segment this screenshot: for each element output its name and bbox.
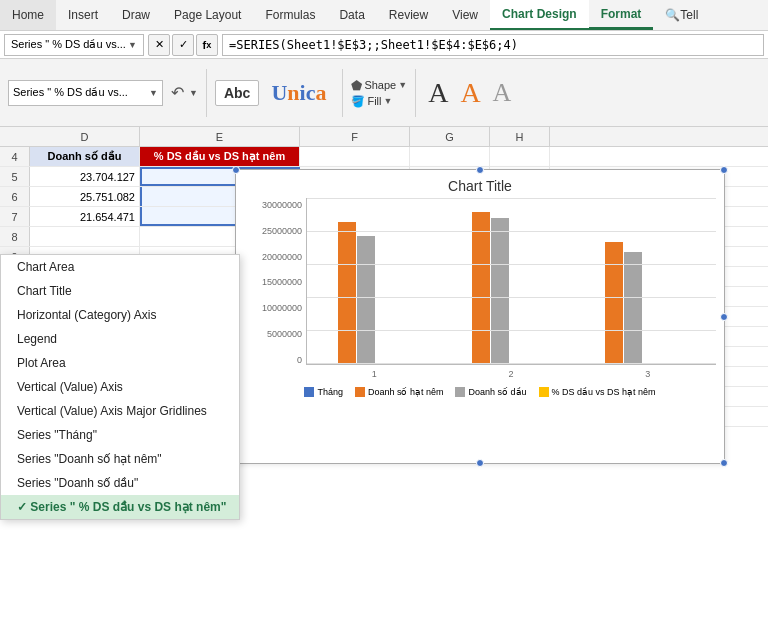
big-a-light: A: [493, 78, 512, 108]
toolbar: Series " % DS dầu vs... ▼ ↶ ▼ Abc U n i …: [0, 59, 768, 127]
text-size-medium-btn[interactable]: A: [456, 75, 484, 111]
bar-2-dau: [491, 218, 509, 364]
dropdown-item-series-doanh-so-hat-nem[interactable]: Series "Doanh số hạt nêm": [1, 447, 239, 471]
series-dropdown-value: Series " % DS dầu vs...: [13, 86, 149, 99]
cell-d6[interactable]: 25.751.082: [30, 187, 140, 206]
cell-g4[interactable]: [410, 147, 490, 166]
dropdown-item-v-axis[interactable]: Vertical (Value) Axis: [1, 375, 239, 399]
legend-color-pct: [539, 387, 549, 397]
legend-item-thang: Tháng: [304, 387, 343, 397]
fill-label: Fill: [367, 95, 381, 107]
big-a-dark: A: [428, 77, 448, 109]
text-size-large-btn[interactable]: A: [424, 75, 452, 111]
shape-icon: ⬟: [351, 78, 362, 93]
tab-draw[interactable]: Draw: [110, 0, 162, 30]
bar-3-dau: [624, 252, 642, 364]
bar-1-dau: [357, 236, 375, 364]
formula-icons: ✕ ✓ fx: [148, 34, 218, 56]
cell-d5[interactable]: 23.704.127: [30, 167, 140, 186]
legend-label-thang: Tháng: [317, 387, 343, 397]
name-box[interactable]: Series " % DS dầu vs... ▼: [4, 34, 144, 56]
legend-item-hat-nem: Doanh số hạt nêm: [355, 387, 444, 397]
column-headers: D E F G H: [0, 127, 768, 147]
dropdown-item-h-axis[interactable]: Horizontal (Category) Axis: [1, 303, 239, 327]
cell-f4[interactable]: [300, 147, 410, 166]
chart-container[interactable]: Chart Title 30000000 25000000 20000000 1…: [235, 169, 725, 464]
y-label-7: 0: [297, 355, 302, 365]
dropdown-item-legend[interactable]: Legend: [1, 327, 239, 351]
bar-3-hat-nem: [605, 242, 623, 364]
x-label-2: 2: [443, 369, 580, 379]
tab-home[interactable]: Home: [0, 0, 56, 30]
col-header-g: G: [410, 127, 490, 146]
dropdown-item-chart-title[interactable]: Chart Title: [1, 279, 239, 303]
y-axis-labels: 30000000 25000000 20000000 15000000 1000…: [236, 198, 306, 383]
tab-chart-design[interactable]: Chart Design: [490, 0, 589, 30]
dropdown-item-series-doanh-so-dau[interactable]: Series "Doanh số dầu": [1, 471, 239, 495]
x-axis-labels: 1 2 3: [306, 365, 716, 383]
tab-data[interactable]: Data: [327, 0, 376, 30]
undo-format-btn[interactable]: ↶: [167, 81, 188, 104]
text-fill-btn[interactable]: Abc: [215, 80, 259, 106]
bar-group-3: [578, 242, 712, 364]
dropdown-item-series-thang[interactable]: Series "Tháng": [1, 423, 239, 447]
separator-1: [206, 69, 207, 117]
legend-label-dau: Doanh số dầu: [468, 387, 526, 397]
chart-handle-bm[interactable]: [476, 459, 484, 467]
ribbon: Home Insert Draw Page Layout Formulas Da…: [0, 0, 768, 31]
shape-fill-group: ⬟ Shape ▼ 🪣 Fill ▼: [351, 78, 407, 108]
series-dropdown[interactable]: Series " % DS dầu vs... ▼: [8, 80, 163, 106]
tab-review[interactable]: Review: [377, 0, 440, 30]
y-label-6: 5000000: [267, 329, 302, 339]
tab-formulas[interactable]: Formulas: [253, 0, 327, 30]
dropdown-item-v-axis-gridlines[interactable]: Vertical (Value) Axis Major Gridlines: [1, 399, 239, 423]
chart-title: Chart Title: [236, 170, 724, 198]
row-num-5: 5: [0, 167, 30, 186]
chart-handle-tr[interactable]: [720, 166, 728, 174]
dropdown-item-chart-area[interactable]: Chart Area: [1, 255, 239, 279]
cell-h4[interactable]: [490, 147, 550, 166]
legend-label-pct: % DS dầu vs DS hạt nêm: [552, 387, 656, 397]
series-dropdown-menu: Chart Area Chart Title Horizontal (Categ…: [0, 254, 240, 520]
formula-input[interactable]: [222, 34, 764, 56]
cell-d8[interactable]: [30, 227, 140, 246]
dropdown-item-plot-area[interactable]: Plot Area: [1, 351, 239, 375]
name-box-dropdown-icon[interactable]: ▼: [128, 40, 137, 50]
chart-handle-br[interactable]: [720, 459, 728, 467]
text-size-small-btn[interactable]: A: [489, 76, 516, 110]
tab-view[interactable]: View: [440, 0, 490, 30]
formula-confirm-btn[interactable]: ✓: [172, 34, 194, 56]
formula-insert-btn[interactable]: fx: [196, 34, 218, 56]
shape-dropdown-icon[interactable]: ▼: [398, 80, 407, 90]
cell-d7[interactable]: 21.654.471: [30, 207, 140, 226]
row-num-7: 7: [0, 207, 30, 226]
fill-item[interactable]: 🪣 Fill ▼: [351, 95, 392, 108]
chart-plot-area: 30000000 25000000 20000000 15000000 1000…: [236, 198, 724, 383]
shape-label: Shape: [364, 79, 396, 91]
col-header-h: H: [490, 127, 550, 146]
chart-handle-rm[interactable]: [720, 313, 728, 321]
tab-page-layout[interactable]: Page Layout: [162, 0, 253, 30]
chart-handle-tl[interactable]: [232, 166, 240, 174]
tab-insert[interactable]: Insert: [56, 0, 110, 30]
name-box-value: Series " % DS dầu vs...: [11, 38, 128, 51]
shape-item[interactable]: ⬟ Shape ▼: [351, 78, 407, 93]
big-a-orange: A: [460, 77, 480, 109]
y-label-5: 10000000: [262, 303, 302, 313]
tab-format[interactable]: Format: [589, 0, 654, 30]
unica-logo: U n i c a: [263, 80, 334, 106]
bar-2-hat-nem: [472, 212, 490, 364]
fill-dropdown-icon[interactable]: ▼: [383, 96, 392, 106]
y-label-4: 15000000: [262, 277, 302, 287]
chart-handle-tm[interactable]: [476, 166, 484, 174]
chart-bars-wrapper: 1 2 3: [306, 198, 716, 383]
y-label-1: 30000000: [262, 200, 302, 210]
dropdown-item-series-pct[interactable]: Series " % DS dầu vs DS hạt nêm": [1, 495, 239, 519]
formula-cancel-btn[interactable]: ✕: [148, 34, 170, 56]
cell-e4[interactable]: % DS dầu vs DS hạt nêm: [140, 147, 300, 166]
cell-d4[interactable]: Doanh số dầu: [30, 147, 140, 166]
x-label-1: 1: [306, 369, 443, 379]
tab-tell[interactable]: 🔍 Tell: [653, 0, 710, 30]
col-header-f: F: [300, 127, 410, 146]
dropdown-arrow-icon[interactable]: ▼: [189, 88, 198, 98]
